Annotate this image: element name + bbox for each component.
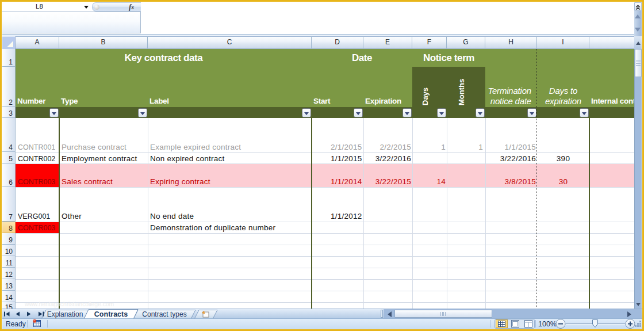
svg-text:Months: Months [457,79,466,105]
svg-text:Contract types: Contract types [142,310,186,318]
svg-text:Contracts: Contracts [94,310,128,318]
svg-text:Days: Days [421,87,430,105]
svg-text:Explanation: Explanation [47,310,83,318]
